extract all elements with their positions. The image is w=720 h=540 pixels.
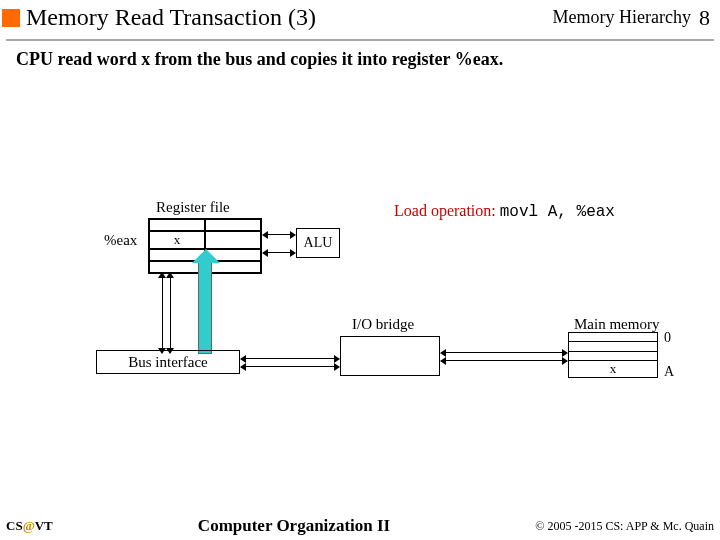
footer-cs: CS <box>6 518 23 533</box>
memory-row <box>569 333 657 342</box>
regfile-cell <box>149 219 205 231</box>
data-flow-arrow-icon <box>198 262 212 354</box>
slide-subtitle: CPU read word x from the bus and copies … <box>0 41 720 74</box>
footer-course: Computer Organization II <box>53 516 536 536</box>
bus-interface-box: Bus interface <box>96 350 240 374</box>
slide-topic: Memory Hierarchy <box>553 7 691 28</box>
eax-register-label: %eax <box>104 232 137 249</box>
memory-bus-line-1 <box>446 352 562 353</box>
alu-box: ALU <box>296 228 340 258</box>
load-op-instruction: movl A, %eax <box>500 203 615 221</box>
load-op-prefix: Load operation: <box>394 202 496 219</box>
cpu-bus-line-1 <box>162 278 163 348</box>
regfile-cell <box>205 231 261 249</box>
memory-row <box>569 352 657 361</box>
footer-at: @ <box>23 518 35 533</box>
page-number: 8 <box>699 5 710 31</box>
slide-title: Memory Read Transaction (3) <box>26 4 553 31</box>
memory-address-0: 0 <box>664 330 671 346</box>
memory-bus-line-2 <box>446 360 562 361</box>
io-bridge-box <box>340 336 440 376</box>
slide-header: Memory Read Transaction (3) Memory Hiera… <box>0 0 720 39</box>
footer-org: CS@VT <box>6 518 53 534</box>
memory-address-a: A <box>664 364 674 380</box>
system-bus-line-1 <box>246 358 334 359</box>
system-bus-line-2 <box>246 366 334 367</box>
regfile-cell-x: x <box>149 231 205 249</box>
regfile-alu-connector-bottom <box>268 252 290 253</box>
load-operation-label: Load operation: movl A, %eax <box>394 202 615 221</box>
slide-footer: CS@VT Computer Organization II © 2005 -2… <box>0 516 720 536</box>
io-bridge-label: I/O bridge <box>352 316 414 333</box>
register-file-label: Register file <box>156 199 230 216</box>
footer-vt: VT <box>35 518 53 533</box>
memory-read-diagram: Register file Load operation: movl A, %e… <box>0 74 720 454</box>
regfile-alu-connector-top <box>268 234 290 235</box>
main-memory-label: Main memory <box>574 316 659 333</box>
accent-box-icon <box>2 9 20 27</box>
cpu-bus-line-2 <box>170 278 171 348</box>
memory-row <box>569 342 657 351</box>
footer-copyright: © 2005 -2015 CS: APP & Mc. Quain <box>535 519 714 534</box>
memory-row-x: x <box>569 361 657 377</box>
main-memory-box: x <box>568 332 658 378</box>
regfile-cell <box>205 219 261 231</box>
